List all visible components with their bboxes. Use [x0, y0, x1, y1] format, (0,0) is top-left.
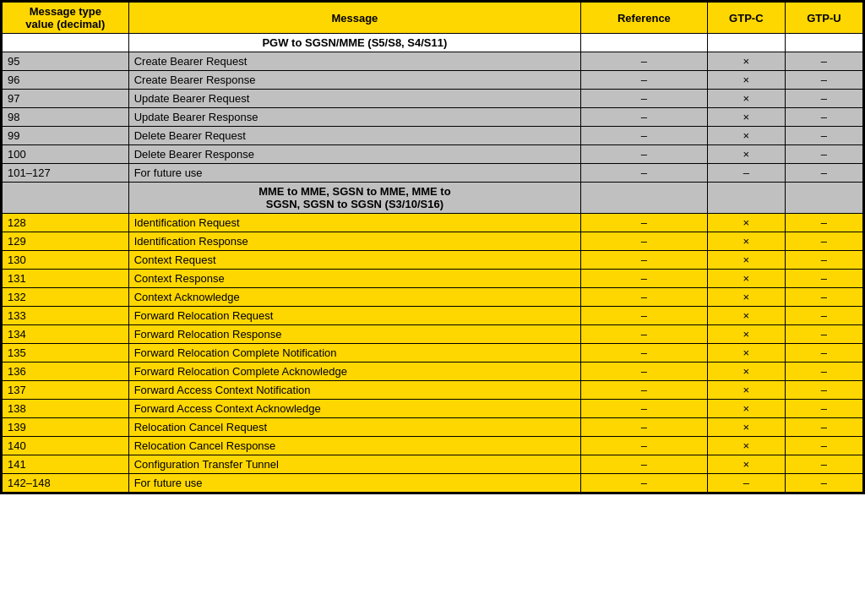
row-reference: – [581, 145, 708, 164]
row-message: Update Bearer Request [128, 90, 580, 108]
row-value: 97 [3, 90, 129, 108]
row-value: 140 [3, 437, 129, 455]
row-message: For future use [128, 164, 580, 183]
section-header-row: PGW to SGSN/MME (S5/S8, S4/S11) [3, 34, 863, 52]
row-gtpu: – [785, 232, 862, 251]
row-gtpc: × [707, 270, 785, 288]
row-gtpu: – [785, 90, 862, 108]
row-gtpu: – [785, 455, 862, 474]
section-header-row: MME to MME, SGSN to MME, MME to SGSN, SG… [3, 183, 863, 214]
header-message: Message [128, 3, 580, 34]
row-message: For future use [128, 474, 580, 493]
row-gtpc: × [707, 363, 785, 381]
row-reference: – [581, 232, 708, 251]
row-reference: – [581, 307, 708, 325]
row-gtpu: – [785, 127, 862, 145]
row-gtpu: – [785, 474, 862, 493]
section-label: PGW to SGSN/MME (S5/S8, S4/S11) [128, 34, 580, 52]
row-value: 137 [3, 381, 129, 400]
row-value: 131 [3, 270, 129, 288]
row-reference: – [581, 288, 708, 307]
row-reference: – [581, 325, 708, 344]
row-reference: – [581, 251, 708, 270]
row-gtpc: × [707, 455, 785, 474]
row-reference: – [581, 474, 708, 493]
header-reference: Reference [581, 3, 708, 34]
table-row: 138 Forward Access Context Acknowledge–×… [3, 400, 863, 418]
row-value: 139 [3, 418, 129, 437]
table-row: 97Update Bearer Request–×– [3, 90, 863, 108]
row-reference: – [581, 437, 708, 455]
row-gtpu: – [785, 270, 862, 288]
row-message: Forward Relocation Response [128, 325, 580, 344]
row-gtpc: × [707, 381, 785, 400]
table-row: 131 Context Response–×– [3, 270, 863, 288]
row-gtpc: × [707, 145, 785, 164]
row-message: Configuration Transfer Tunnel [128, 455, 580, 474]
table-row: 130Context Request–×– [3, 251, 863, 270]
row-value: 100 [3, 145, 129, 164]
row-value: 136 [3, 363, 129, 381]
row-value: 138 [3, 400, 129, 418]
row-value: 134 [3, 325, 129, 344]
row-gtpc: × [707, 71, 785, 90]
row-gtpu: – [785, 71, 862, 90]
row-reference: – [581, 71, 708, 90]
row-message: Identification Request [128, 214, 580, 232]
row-message: Delete Bearer Request [128, 127, 580, 145]
main-table-wrapper: Message type value (decimal) Message Ref… [0, 0, 865, 494]
row-gtpc: – [707, 164, 785, 183]
row-gtpu: – [785, 108, 862, 127]
table-row: 101–127For future use––– [3, 164, 863, 183]
row-message: Identification Response [128, 232, 580, 251]
row-gtpu: – [785, 363, 862, 381]
table-row: 100Delete Bearer Response–×– [3, 145, 863, 164]
row-gtpu: – [785, 418, 862, 437]
row-gtpc: × [707, 437, 785, 455]
section-gtpu-cell [785, 183, 862, 214]
row-value: 128 [3, 214, 129, 232]
table-row: 136 Forward Relocation Complete Acknowle… [3, 363, 863, 381]
row-message: Context Request [128, 251, 580, 270]
row-value: 133 [3, 307, 129, 325]
row-gtpc: × [707, 325, 785, 344]
row-message: Forward Relocation Request [128, 307, 580, 325]
table-row: 132 Context Acknowledge–×– [3, 288, 863, 307]
row-gtpc: × [707, 400, 785, 418]
row-gtpc: × [707, 307, 785, 325]
row-value: 130 [3, 251, 129, 270]
header-gtpc: GTP-C [707, 3, 785, 34]
row-gtpc: – [707, 474, 785, 493]
row-reference: – [581, 108, 708, 127]
table-row: 129Identification Response–×– [3, 232, 863, 251]
message-table: Message type value (decimal) Message Ref… [2, 2, 863, 493]
row-value: 95 [3, 52, 129, 71]
row-gtpc: × [707, 344, 785, 363]
section-type-cell [3, 183, 129, 214]
row-reference: – [581, 127, 708, 145]
row-reference: – [581, 270, 708, 288]
row-message: Forward Relocation Complete Notification [128, 344, 580, 363]
table-row: 137 Forward Access Context Notification–… [3, 381, 863, 400]
row-gtpu: – [785, 381, 862, 400]
row-value: 141 [3, 455, 129, 474]
row-message: Context Response [128, 270, 580, 288]
header-gtpu: GTP-U [785, 3, 862, 34]
row-message: Create Bearer Request [128, 52, 580, 71]
row-value: 132 [3, 288, 129, 307]
row-gtpc: × [707, 251, 785, 270]
row-gtpc: × [707, 127, 785, 145]
row-message: Forward Relocation Complete Acknowledge [128, 363, 580, 381]
table-row: 139 Relocation Cancel Request–×– [3, 418, 863, 437]
row-gtpu: – [785, 400, 862, 418]
row-gtpc: × [707, 214, 785, 232]
row-reference: – [581, 164, 708, 183]
row-reference: – [581, 455, 708, 474]
table-row: 98Update Bearer Response–×– [3, 108, 863, 127]
table-row: 128Identification Request–×– [3, 214, 863, 232]
row-gtpc: × [707, 288, 785, 307]
row-gtpu: – [785, 164, 862, 183]
table-row: 141 Configuration Transfer Tunnel–×– [3, 455, 863, 474]
row-gtpc: × [707, 90, 785, 108]
row-reference: – [581, 418, 708, 437]
